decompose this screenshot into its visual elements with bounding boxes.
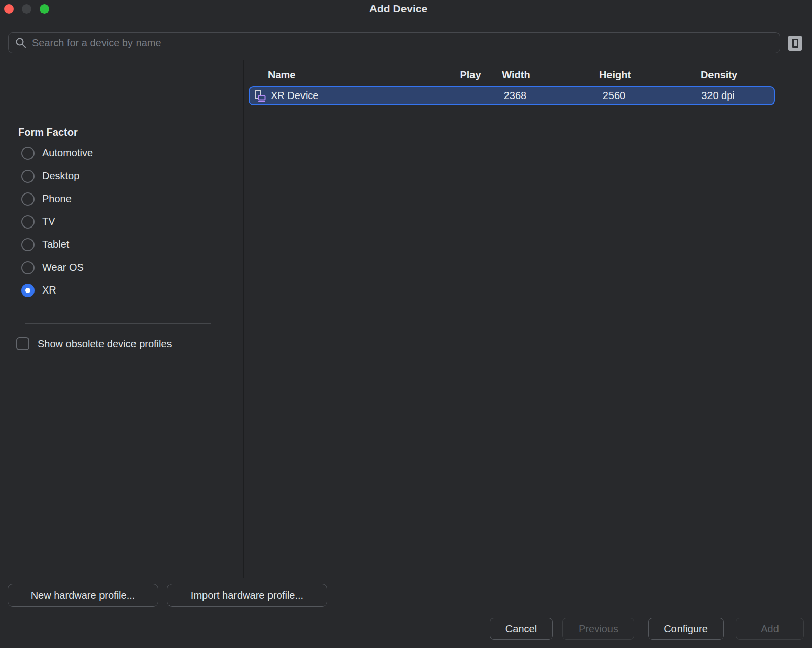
search-icon (15, 37, 27, 49)
table-row-xr-device[interactable]: XR Device 2368 2560 320 dpi (249, 86, 775, 105)
checkbox-icon[interactable] (16, 337, 29, 350)
form-factor-label: TV (42, 216, 55, 228)
form-factor-option-automotive[interactable]: Automotive (0, 142, 243, 165)
radio-icon[interactable] (21, 238, 35, 251)
device-name: XR Device (270, 90, 318, 102)
previous-button[interactable]: Previous (562, 618, 634, 640)
radio-icon[interactable] (21, 215, 35, 229)
radio-icon[interactable] (21, 170, 35, 183)
column-header-width[interactable]: Width (491, 69, 542, 81)
radio-icon[interactable] (21, 192, 35, 206)
column-header-play[interactable]: Play (450, 69, 491, 81)
import-hardware-profile-button[interactable]: Import hardware profile... (167, 584, 327, 607)
radio-selected-icon[interactable] (21, 284, 35, 297)
form-factor-panel: Form Factor Automotive Desktop Phone TV … (0, 60, 243, 648)
form-factor-option-xr[interactable]: XR (0, 279, 243, 302)
radio-icon[interactable] (21, 261, 35, 274)
form-factor-option-tablet[interactable]: Tablet (0, 233, 243, 256)
device-density: 320 dpi (688, 90, 749, 102)
form-factor-option-phone[interactable]: Phone (0, 187, 243, 210)
device-width: 2368 (490, 90, 540, 102)
device-height: 2560 (540, 90, 688, 102)
new-hardware-profile-button[interactable]: New hardware profile... (8, 584, 158, 607)
form-factor-option-wear-os[interactable]: Wear OS (0, 256, 243, 279)
form-factor-option-desktop[interactable]: Desktop (0, 165, 243, 187)
form-factor-heading: Form Factor (18, 126, 78, 138)
left-panel-divider (25, 323, 211, 324)
window-title: Add Device (0, 3, 797, 15)
form-factor-label: XR (42, 284, 56, 296)
form-factor-list: Automotive Desktop Phone TV Tablet Wear … (0, 142, 243, 302)
device-icon (254, 89, 266, 102)
show-obsolete-label: Show obsolete device profiles (38, 338, 172, 350)
add-button[interactable]: Add (736, 618, 804, 640)
configure-button[interactable]: Configure (648, 618, 724, 640)
form-factor-label: Wear OS (42, 262, 84, 273)
cancel-button[interactable]: Cancel (490, 618, 553, 640)
form-factor-label: Phone (42, 193, 72, 205)
device-search-field[interactable] (8, 32, 780, 53)
column-header-height[interactable]: Height (542, 69, 689, 81)
device-table-header: Name Play Width Height Density (249, 65, 775, 85)
column-header-name[interactable]: Name (249, 69, 450, 81)
preview-panel-toggle-button[interactable] (788, 36, 802, 51)
radio-icon[interactable] (21, 147, 35, 160)
show-obsolete-checkbox-row[interactable]: Show obsolete device profiles (16, 337, 172, 350)
panel-vertical-divider (243, 60, 244, 578)
panel-toggle-icon (792, 39, 798, 48)
table-header-separator (243, 85, 784, 85)
search-input[interactable] (32, 33, 773, 53)
form-factor-option-tv[interactable]: TV (0, 210, 243, 233)
form-factor-label: Automotive (42, 147, 93, 159)
titlebar: Add Device (0, 0, 812, 17)
form-factor-label: Desktop (42, 170, 79, 182)
column-header-density[interactable]: Density (689, 69, 750, 81)
form-factor-label: Tablet (42, 239, 69, 250)
